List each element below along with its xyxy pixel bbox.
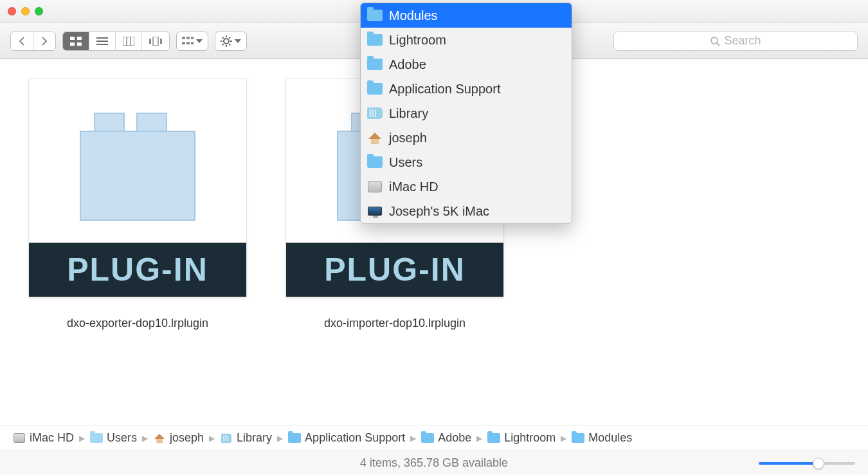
search-field[interactable]: Search	[613, 32, 858, 51]
svg-rect-3	[77, 42, 82, 46]
path-bar-label: Library	[237, 431, 272, 445]
path-separator-icon: ▶	[476, 434, 482, 443]
folder-icon	[367, 82, 383, 95]
chevron-right-icon	[41, 37, 48, 46]
view-list-button[interactable]	[89, 32, 116, 50]
arrange-button[interactable]	[176, 32, 208, 51]
list-view-icon	[96, 37, 108, 46]
path-popup-menu: Modules Lightroom Adobe Application Supp…	[360, 3, 572, 224]
path-popup-item-label: Lightroom	[389, 33, 446, 48]
hdd-icon	[13, 433, 26, 443]
path-bar-item[interactable]: Lightroom	[487, 431, 556, 445]
folder-icon	[367, 156, 383, 169]
slider-track	[759, 462, 855, 465]
svg-rect-1	[77, 37, 82, 40]
path-popup-item[interactable]: Adobe	[361, 52, 572, 77]
folder-icon	[367, 58, 383, 71]
fullscreen-window-button[interactable]	[35, 7, 43, 15]
file-name-label: dxo-exporter-dop10.lrplugin	[67, 317, 208, 330]
path-bar-item[interactable]: Library	[220, 431, 272, 445]
svg-rect-16	[182, 42, 185, 44]
svg-rect-10	[149, 39, 151, 44]
svg-rect-17	[186, 42, 190, 44]
library-icon	[367, 107, 383, 120]
path-separator-icon: ▶	[142, 434, 148, 443]
path-popup-item[interactable]: Joseph's 5K iMac	[361, 199, 572, 223]
path-separator-icon: ▶	[277, 434, 283, 443]
path-bar-item[interactable]: iMac HD	[13, 431, 74, 445]
path-bar-item[interactable]: Application Support	[288, 431, 405, 445]
path-bar-label: Modules	[588, 431, 632, 445]
path-bar-item[interactable]: joseph	[153, 431, 204, 445]
path-popup-item[interactable]: joseph	[361, 126, 572, 150]
path-bar-item[interactable]: Adobe	[421, 431, 471, 445]
forward-button[interactable]	[33, 32, 55, 50]
back-button[interactable]	[11, 32, 33, 50]
gear-icon	[221, 35, 232, 47]
path-popup-item[interactable]: Users	[361, 150, 572, 174]
folder-icon	[367, 33, 383, 46]
folder-icon	[288, 433, 301, 443]
arrange-icon	[182, 37, 194, 46]
svg-line-27	[222, 44, 224, 45]
view-icon-button[interactable]	[63, 32, 89, 50]
chevron-down-icon	[196, 39, 203, 43]
path-separator-icon: ▶	[410, 434, 416, 443]
path-separator-icon: ▶	[79, 434, 85, 443]
minimize-window-button[interactable]	[21, 7, 30, 15]
svg-line-25	[229, 44, 230, 45]
column-view-icon	[123, 37, 134, 46]
slider-thumb[interactable]	[813, 458, 824, 469]
file-item[interactable]: PLUG-IN dxo-exporter-dop10.lrplugin	[28, 79, 247, 425]
close-window-button[interactable]	[8, 7, 16, 15]
path-separator-icon: ▶	[209, 434, 215, 443]
svg-rect-13	[182, 37, 185, 39]
path-bar-label: joseph	[170, 431, 204, 445]
nav-buttons	[10, 32, 56, 51]
icon-size-slider[interactable]	[759, 457, 855, 470]
search-placeholder: Search	[724, 34, 761, 48]
traffic-lights	[8, 7, 43, 15]
slider-fill	[759, 462, 818, 465]
path-bar-item[interactable]: Modules	[572, 431, 632, 445]
view-coverflow-button[interactable]	[142, 32, 169, 50]
svg-rect-14	[186, 37, 190, 39]
library-icon	[220, 433, 233, 443]
svg-point-28	[711, 37, 718, 44]
path-popup-item[interactable]: iMac HD	[361, 174, 572, 199]
svg-line-26	[229, 37, 230, 38]
folder-icon	[572, 433, 584, 443]
path-popup-item-label: Adobe	[389, 57, 426, 72]
svg-rect-7	[123, 37, 134, 46]
path-bar-item[interactable]: Users	[90, 431, 137, 445]
folder-icon	[421, 433, 434, 443]
file-name-label: dxo-importer-dop10.lrplugin	[324, 317, 466, 330]
svg-rect-2	[70, 42, 75, 46]
path-popup-item-label: Joseph's 5K iMac	[389, 204, 489, 219]
status-text: 4 items, 365.78 GB available	[360, 456, 508, 470]
svg-point-19	[224, 39, 229, 44]
svg-line-29	[717, 43, 719, 46]
path-popup-item[interactable]: Application Support	[361, 77, 572, 101]
view-column-button[interactable]	[116, 32, 142, 50]
path-bar-label: Lightroom	[504, 431, 556, 445]
path-separator-icon: ▶	[561, 434, 566, 443]
icon-view-icon	[70, 37, 82, 46]
action-button[interactable]	[215, 32, 247, 51]
path-popup-item[interactable]: Library	[361, 101, 572, 126]
path-bar-label: Application Support	[305, 431, 405, 445]
path-bar-label: Users	[107, 431, 137, 445]
path-bar-label: iMac HD	[30, 431, 74, 445]
path-popup-item-label: Modules	[389, 8, 438, 23]
file-browser-area: PLUG-IN dxo-exporter-dop10.lrplugin PLUG…	[0, 59, 868, 425]
search-icon	[710, 36, 720, 46]
svg-rect-18	[191, 42, 194, 44]
path-popup-item-label: Library	[389, 106, 428, 121]
path-popup-item[interactable]: Lightroom	[361, 28, 572, 52]
view-mode-buttons	[62, 32, 170, 51]
coverflow-view-icon	[149, 37, 162, 46]
path-popup-item[interactable]: Modules	[361, 3, 572, 28]
svg-rect-11	[153, 37, 158, 46]
chevron-left-icon	[18, 37, 26, 46]
folder-icon	[487, 433, 500, 443]
